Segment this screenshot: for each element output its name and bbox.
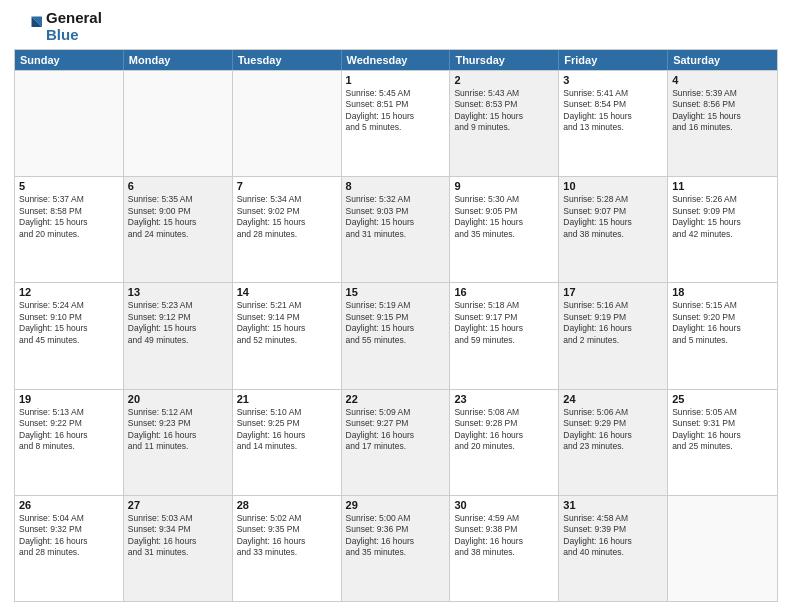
weekday-header: Friday xyxy=(559,50,668,70)
cell-content: Sunrise: 5:26 AM Sunset: 9:09 PM Dayligh… xyxy=(672,194,773,240)
day-number: 20 xyxy=(128,393,228,405)
day-number: 31 xyxy=(563,499,663,511)
calendar-cell: 9Sunrise: 5:30 AM Sunset: 9:05 PM Daylig… xyxy=(450,177,559,282)
day-number: 22 xyxy=(346,393,446,405)
calendar-cell xyxy=(668,496,777,601)
day-number: 18 xyxy=(672,286,773,298)
cell-content: Sunrise: 5:45 AM Sunset: 8:51 PM Dayligh… xyxy=(346,88,446,134)
calendar-cell: 21Sunrise: 5:10 AM Sunset: 9:25 PM Dayli… xyxy=(233,390,342,495)
cell-content: Sunrise: 5:39 AM Sunset: 8:56 PM Dayligh… xyxy=(672,88,773,134)
calendar-cell xyxy=(233,71,342,176)
cell-content: Sunrise: 5:04 AM Sunset: 9:32 PM Dayligh… xyxy=(19,513,119,559)
calendar-cell: 1Sunrise: 5:45 AM Sunset: 8:51 PM Daylig… xyxy=(342,71,451,176)
page: General Blue SundayMondayTuesdayWednesda… xyxy=(0,0,792,612)
day-number: 11 xyxy=(672,180,773,192)
cell-content: Sunrise: 5:32 AM Sunset: 9:03 PM Dayligh… xyxy=(346,194,446,240)
day-number: 5 xyxy=(19,180,119,192)
calendar-row: 12Sunrise: 5:24 AM Sunset: 9:10 PM Dayli… xyxy=(15,282,777,388)
day-number: 24 xyxy=(563,393,663,405)
calendar-cell: 4Sunrise: 5:39 AM Sunset: 8:56 PM Daylig… xyxy=(668,71,777,176)
cell-content: Sunrise: 5:28 AM Sunset: 9:07 PM Dayligh… xyxy=(563,194,663,240)
cell-content: Sunrise: 5:16 AM Sunset: 9:19 PM Dayligh… xyxy=(563,300,663,346)
cell-content: Sunrise: 5:00 AM Sunset: 9:36 PM Dayligh… xyxy=(346,513,446,559)
calendar-cell: 20Sunrise: 5:12 AM Sunset: 9:23 PM Dayli… xyxy=(124,390,233,495)
cell-content: Sunrise: 5:10 AM Sunset: 9:25 PM Dayligh… xyxy=(237,407,337,453)
logo: General Blue xyxy=(14,10,102,43)
day-number: 12 xyxy=(19,286,119,298)
calendar-cell: 25Sunrise: 5:05 AM Sunset: 9:31 PM Dayli… xyxy=(668,390,777,495)
calendar: SundayMondayTuesdayWednesdayThursdayFrid… xyxy=(14,49,778,602)
day-number: 4 xyxy=(672,74,773,86)
calendar-cell: 7Sunrise: 5:34 AM Sunset: 9:02 PM Daylig… xyxy=(233,177,342,282)
day-number: 14 xyxy=(237,286,337,298)
calendar-row: 5Sunrise: 5:37 AM Sunset: 8:58 PM Daylig… xyxy=(15,176,777,282)
calendar-cell: 31Sunrise: 4:58 AM Sunset: 9:39 PM Dayli… xyxy=(559,496,668,601)
day-number: 28 xyxy=(237,499,337,511)
weekday-header: Thursday xyxy=(450,50,559,70)
cell-content: Sunrise: 4:58 AM Sunset: 9:39 PM Dayligh… xyxy=(563,513,663,559)
day-number: 13 xyxy=(128,286,228,298)
calendar-row: 1Sunrise: 5:45 AM Sunset: 8:51 PM Daylig… xyxy=(15,70,777,176)
calendar-cell: 19Sunrise: 5:13 AM Sunset: 9:22 PM Dayli… xyxy=(15,390,124,495)
calendar-cell: 2Sunrise: 5:43 AM Sunset: 8:53 PM Daylig… xyxy=(450,71,559,176)
calendar-header: SundayMondayTuesdayWednesdayThursdayFrid… xyxy=(15,50,777,70)
day-number: 26 xyxy=(19,499,119,511)
calendar-cell: 11Sunrise: 5:26 AM Sunset: 9:09 PM Dayli… xyxy=(668,177,777,282)
day-number: 8 xyxy=(346,180,446,192)
weekday-header: Tuesday xyxy=(233,50,342,70)
cell-content: Sunrise: 5:03 AM Sunset: 9:34 PM Dayligh… xyxy=(128,513,228,559)
calendar-cell: 28Sunrise: 5:02 AM Sunset: 9:35 PM Dayli… xyxy=(233,496,342,601)
day-number: 30 xyxy=(454,499,554,511)
weekday-header: Monday xyxy=(124,50,233,70)
cell-content: Sunrise: 5:06 AM Sunset: 9:29 PM Dayligh… xyxy=(563,407,663,453)
calendar-cell: 24Sunrise: 5:06 AM Sunset: 9:29 PM Dayli… xyxy=(559,390,668,495)
calendar-cell: 3Sunrise: 5:41 AM Sunset: 8:54 PM Daylig… xyxy=(559,71,668,176)
day-number: 16 xyxy=(454,286,554,298)
calendar-cell: 14Sunrise: 5:21 AM Sunset: 9:14 PM Dayli… xyxy=(233,283,342,388)
calendar-cell: 26Sunrise: 5:04 AM Sunset: 9:32 PM Dayli… xyxy=(15,496,124,601)
calendar-cell: 5Sunrise: 5:37 AM Sunset: 8:58 PM Daylig… xyxy=(15,177,124,282)
calendar-cell: 8Sunrise: 5:32 AM Sunset: 9:03 PM Daylig… xyxy=(342,177,451,282)
weekday-header: Wednesday xyxy=(342,50,451,70)
calendar-cell: 16Sunrise: 5:18 AM Sunset: 9:17 PM Dayli… xyxy=(450,283,559,388)
cell-content: Sunrise: 5:30 AM Sunset: 9:05 PM Dayligh… xyxy=(454,194,554,240)
day-number: 25 xyxy=(672,393,773,405)
calendar-cell: 29Sunrise: 5:00 AM Sunset: 9:36 PM Dayli… xyxy=(342,496,451,601)
day-number: 10 xyxy=(563,180,663,192)
calendar-cell: 30Sunrise: 4:59 AM Sunset: 9:38 PM Dayli… xyxy=(450,496,559,601)
day-number: 6 xyxy=(128,180,228,192)
calendar-cell: 13Sunrise: 5:23 AM Sunset: 9:12 PM Dayli… xyxy=(124,283,233,388)
calendar-cell: 18Sunrise: 5:15 AM Sunset: 9:20 PM Dayli… xyxy=(668,283,777,388)
day-number: 15 xyxy=(346,286,446,298)
cell-content: Sunrise: 5:19 AM Sunset: 9:15 PM Dayligh… xyxy=(346,300,446,346)
day-number: 23 xyxy=(454,393,554,405)
calendar-cell: 12Sunrise: 5:24 AM Sunset: 9:10 PM Dayli… xyxy=(15,283,124,388)
calendar-cell: 23Sunrise: 5:08 AM Sunset: 9:28 PM Dayli… xyxy=(450,390,559,495)
calendar-body: 1Sunrise: 5:45 AM Sunset: 8:51 PM Daylig… xyxy=(15,70,777,601)
cell-content: Sunrise: 5:13 AM Sunset: 9:22 PM Dayligh… xyxy=(19,407,119,453)
cell-content: Sunrise: 5:18 AM Sunset: 9:17 PM Dayligh… xyxy=(454,300,554,346)
calendar-cell xyxy=(124,71,233,176)
cell-content: Sunrise: 5:12 AM Sunset: 9:23 PM Dayligh… xyxy=(128,407,228,453)
calendar-row: 26Sunrise: 5:04 AM Sunset: 9:32 PM Dayli… xyxy=(15,495,777,601)
calendar-cell xyxy=(15,71,124,176)
calendar-cell: 27Sunrise: 5:03 AM Sunset: 9:34 PM Dayli… xyxy=(124,496,233,601)
day-number: 2 xyxy=(454,74,554,86)
day-number: 29 xyxy=(346,499,446,511)
cell-content: Sunrise: 5:43 AM Sunset: 8:53 PM Dayligh… xyxy=(454,88,554,134)
calendar-cell: 6Sunrise: 5:35 AM Sunset: 9:00 PM Daylig… xyxy=(124,177,233,282)
day-number: 7 xyxy=(237,180,337,192)
cell-content: Sunrise: 5:05 AM Sunset: 9:31 PM Dayligh… xyxy=(672,407,773,453)
cell-content: Sunrise: 5:02 AM Sunset: 9:35 PM Dayligh… xyxy=(237,513,337,559)
cell-content: Sunrise: 5:35 AM Sunset: 9:00 PM Dayligh… xyxy=(128,194,228,240)
cell-content: Sunrise: 5:21 AM Sunset: 9:14 PM Dayligh… xyxy=(237,300,337,346)
day-number: 19 xyxy=(19,393,119,405)
cell-content: Sunrise: 5:37 AM Sunset: 8:58 PM Dayligh… xyxy=(19,194,119,240)
cell-content: Sunrise: 5:09 AM Sunset: 9:27 PM Dayligh… xyxy=(346,407,446,453)
cell-content: Sunrise: 5:41 AM Sunset: 8:54 PM Dayligh… xyxy=(563,88,663,134)
logo-icon xyxy=(14,13,42,41)
day-number: 17 xyxy=(563,286,663,298)
day-number: 27 xyxy=(128,499,228,511)
day-number: 3 xyxy=(563,74,663,86)
calendar-cell: 22Sunrise: 5:09 AM Sunset: 9:27 PM Dayli… xyxy=(342,390,451,495)
